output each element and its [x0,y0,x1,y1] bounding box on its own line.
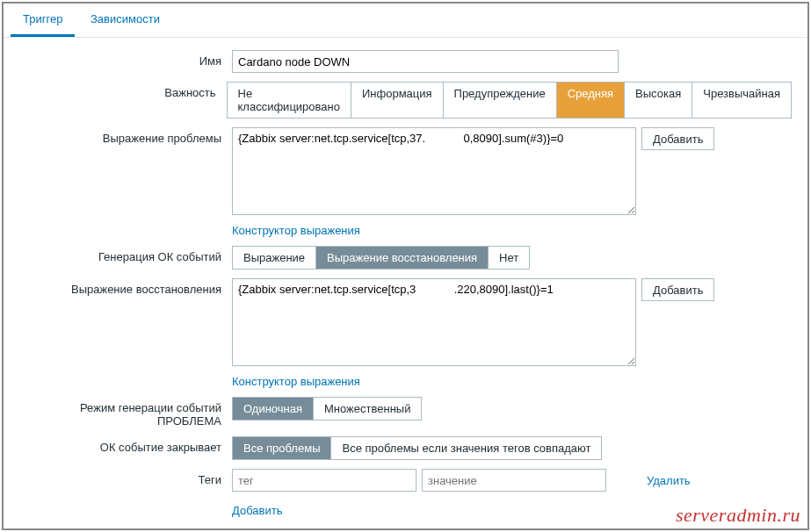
name-input[interactable] [232,50,619,73]
label-problem-mode: Режим генерации событий ПРОБЛЕМА [19,397,232,428]
recovery-expr-constructor-link[interactable]: Конструктор выражения [232,375,360,388]
problem-expr-add-button[interactable]: Добавить [641,127,714,150]
severity-disaster[interactable]: Чрезвычайная [692,83,791,118]
label-tags: Теги [19,469,232,486]
tag-remove-link[interactable]: Удалить [647,474,691,487]
tag-name-input[interactable] [232,469,416,492]
severity-warning[interactable]: Предупреждение [444,83,557,118]
label-problem-expr: Выражение проблемы [19,127,232,145]
problem-expr-constructor-link[interactable]: Конструктор выражения [232,224,360,237]
label-name: Имя [19,50,232,68]
tab-dependencies[interactable]: Зависимости [78,4,172,37]
severity-group: Не классифицировано Информация Предупреж… [227,82,792,119]
label-ok-gen: Генерация ОК событий [19,246,232,263]
problem-mode-multiple[interactable]: Множественный [314,398,421,420]
tag-add-link[interactable]: Добавить [232,504,282,517]
ok-close-group: Все проблемы Все проблемы если значения … [232,436,602,460]
ok-close-all[interactable]: Все проблемы [233,437,331,459]
ok-close-tag-match[interactable]: Все проблемы если значения тегов совпада… [331,437,601,459]
label-ok-close: ОК событие закрывает [19,436,232,454]
severity-average[interactable]: Средняя [557,83,625,118]
form: Имя Важность Не классифицировано Информа… [4,38,807,532]
tabs: Триггер Зависимости [4,4,807,38]
severity-not-classified[interactable]: Не классифицировано [228,83,351,118]
ok-gen-none[interactable]: Нет [489,247,529,269]
tab-trigger[interactable]: Триггер [11,4,75,37]
recovery-expr-add-button[interactable]: Добавить [641,278,714,301]
problem-mode-single[interactable]: Одиночная [233,398,314,420]
ok-gen-expression[interactable]: Выражение [233,247,316,269]
label-recovery-expr: Выражение восстановления [19,278,232,296]
severity-high[interactable]: Высокая [625,83,692,118]
severity-information[interactable]: Информация [351,83,444,118]
ok-gen-recovery-expression[interactable]: Выражение восстановления [316,247,489,269]
recovery-expr-textarea[interactable] [232,278,636,366]
tag-value-input[interactable] [422,469,606,492]
problem-mode-group: Одиночная Множественный [232,397,422,421]
label-severity: Важность [19,82,227,99]
ok-gen-group: Выражение Выражение восстановления Нет [232,246,530,270]
watermark: serveradmin.ru [676,504,800,527]
problem-expr-textarea[interactable] [232,127,636,215]
